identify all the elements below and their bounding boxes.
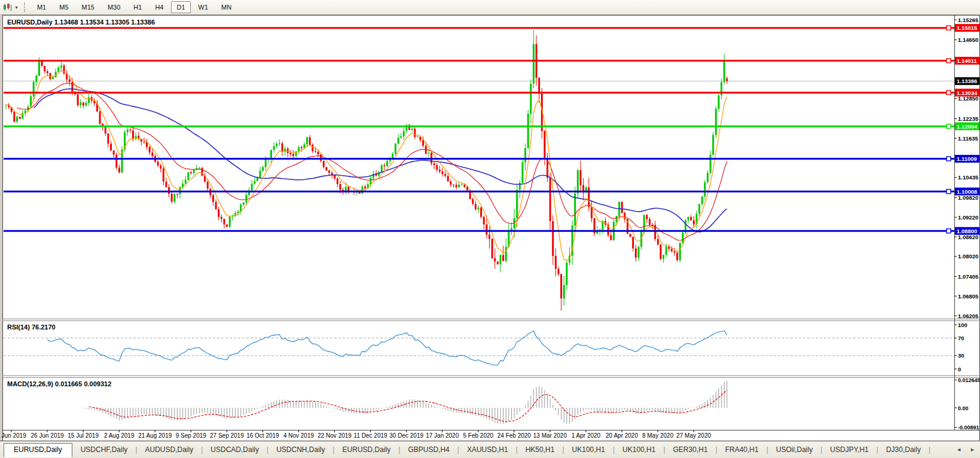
price-axis-tick: 1.08020 <box>958 253 978 259</box>
tab-separator: | <box>663 445 665 454</box>
date-axis-tick: 17 Jan 2020 <box>426 432 459 439</box>
tab-separator: | <box>457 445 459 454</box>
candlestick-chart-icon <box>3 3 13 11</box>
price-line-tag-1.13034[interactable]: 1.13034 <box>955 88 979 96</box>
hline-drag-handle[interactable] <box>947 190 951 194</box>
price-axis-tick: 1.09220 <box>958 214 978 221</box>
svg-text:1.13034: 1.13034 <box>957 90 978 96</box>
price-line-tag-1.12004[interactable]: 1.12004 <box>955 123 979 130</box>
date-axis-tick: 1 Apr 2020 <box>572 432 601 439</box>
svg-text:1.15015: 1.15015 <box>957 25 978 31</box>
tab-scroll-left-icon[interactable]: ◄ <box>956 447 961 453</box>
price-axis-tick: 1.14650 <box>958 36 978 43</box>
tab-scroll-controls: ◄ ► <box>956 441 975 458</box>
toolbar-grip-handle[interactable] <box>24 2 27 12</box>
timeframe-button-M1[interactable]: M1 <box>32 1 51 13</box>
timeframe-button-M5[interactable]: M5 <box>54 1 74 13</box>
date-axis-tick: 9 Sep 2019 <box>176 432 207 439</box>
svg-text:1.12004: 1.12004 <box>957 123 978 130</box>
svg-text:1.08800: 1.08800 <box>957 228 977 234</box>
chart-tab-USDCHF-Daily[interactable]: USDCHF,Daily <box>74 443 135 457</box>
price-line-tag-1.14011[interactable]: 1.14011 <box>955 57 979 65</box>
chart-tab-UK100-H1[interactable]: UK100,H1 <box>615 443 663 457</box>
chart-title-ohlc: EURUSD,Daily 1.13468 1.13534 1.13305 1.1… <box>7 19 155 26</box>
macd-axis-tick: -0.00891 <box>958 425 979 430</box>
chart-tab-GBPUSD-H4[interactable]: GBPUSD,H4 <box>401 443 456 457</box>
hline-drag-handle[interactable] <box>947 90 951 94</box>
symbol-tabs: EURUSD,DailyUSDCHF,Daily|AUDUSD,Daily|US… <box>0 442 931 457</box>
chart-tab-USDCNH-Daily[interactable]: USDCNH,Daily <box>269 443 332 457</box>
rsi-label: RSI(14) 76.2170 <box>7 323 56 331</box>
price-axis-tick: 1.11635 <box>958 135 979 142</box>
rsi-axis-tick: 100 <box>958 322 967 328</box>
chart-tab-FRA40-H1[interactable]: FRA40,H1 <box>718 443 766 457</box>
price-line-tag-1.08800[interactable]: 1.08800 <box>955 227 979 235</box>
price-line-tag-1.10008[interactable]: 1.10008 <box>955 188 979 196</box>
date-axis-tick: 13 Mar 2020 <box>533 432 567 439</box>
tab-separator: | <box>820 445 822 454</box>
chart-tab-USDJPY-H1[interactable]: USDJPY,H1 <box>823 443 875 457</box>
chart-tab-UK100-H1[interactable]: UK100,H1 <box>565 443 612 457</box>
timeframe-buttons: M1M5M15M30H1H4D1W1MN <box>30 1 238 14</box>
tab-scroll-right-icon[interactable]: ► <box>970 447 975 453</box>
tab-separator: | <box>398 445 400 454</box>
tab-separator: | <box>877 445 878 454</box>
chart-tab-GER30-H1[interactable]: GER30,H1 <box>666 443 715 457</box>
chart-tab-DJ30-Daily[interactable]: DJ30,Daily <box>879 443 928 457</box>
date-axis-tick: 7 Jun 2019 <box>0 432 26 439</box>
date-axis-tick: 26 Jun 2019 <box>31 432 64 439</box>
timeframe-button-W1[interactable]: W1 <box>193 1 214 13</box>
date-axis-tick: 27 Sep 2019 <box>210 432 244 439</box>
tab-separator: | <box>613 445 615 454</box>
hline-drag-handle[interactable] <box>947 26 951 30</box>
tab-separator: | <box>562 445 564 454</box>
chart-tab-USDCAD-Daily[interactable]: USDCAD,Daily <box>203 443 266 457</box>
date-axis-tick: 8 May 2020 <box>642 432 674 439</box>
date-axis-tick: 20 Apr 2020 <box>606 432 638 439</box>
price-axis-tick: 1.12235 <box>958 115 979 122</box>
timeframe-button-MN[interactable]: MN <box>216 1 237 13</box>
tab-separator: | <box>767 445 768 454</box>
chart-tab-XAUUSD-H1[interactable]: XAUUSD,H1 <box>460 443 515 457</box>
hline-drag-handle[interactable] <box>947 229 951 233</box>
macd-axis-tick: 0.00 <box>958 405 969 411</box>
current-price-tag: 1.13386 <box>955 77 979 85</box>
date-axis-tick: 2 Aug 2019 <box>104 432 135 439</box>
rsi-axis-tick: 70 <box>958 335 964 341</box>
price-axis-tick: 1.07405 <box>958 273 979 280</box>
price-line-tag-1.15015[interactable]: 1.15015 <box>955 24 979 32</box>
timeframe-button-D1[interactable]: D1 <box>171 1 190 13</box>
chart-tab-HK50-H1[interactable]: HK50,H1 <box>518 443 562 457</box>
hline-drag-handle[interactable] <box>947 59 951 63</box>
timeframe-button-H1[interactable]: H1 <box>128 1 147 13</box>
price-axis-tick: 1.15265 <box>958 17 979 23</box>
date-axis-tick: 24 Feb 2020 <box>497 432 532 439</box>
chart-tab-AUDUSD-Daily[interactable]: AUDUSD,Daily <box>138 443 201 457</box>
chart-type-button[interactable]: ▼ <box>0 1 22 13</box>
svg-text:1.11009: 1.11009 <box>957 155 977 162</box>
timeframe-button-M30[interactable]: M30 <box>102 1 126 13</box>
price-axis-tick: 1.06205 <box>958 313 979 319</box>
price-axis-tick: 1.06805 <box>958 293 979 300</box>
chart-tab-EURUSD-Daily[interactable]: EURUSD,Daily <box>4 443 72 457</box>
timeframe-button-M15[interactable]: M15 <box>77 1 100 13</box>
tab-separator: | <box>929 445 930 454</box>
svg-text:1.10008: 1.10008 <box>957 188 977 195</box>
tab-separator: | <box>267 445 268 454</box>
svg-text:1.13386: 1.13386 <box>957 78 977 84</box>
date-axis-tick: 22 Nov 2019 <box>317 432 352 439</box>
hline-drag-handle[interactable] <box>947 124 951 129</box>
date-axis-tick: 16 Oct 2019 <box>246 432 279 439</box>
date-axis-tick: 15 Jul 2019 <box>68 432 99 439</box>
date-axis-tick: 4 Nov 2019 <box>283 432 315 439</box>
chart-tab-EURUSD-Daily[interactable]: EURUSD,Daily <box>335 443 398 457</box>
chart-tab-USOil-Daily[interactable]: USOil,Daily <box>769 443 820 457</box>
symbol-tab-bar: EURUSD,DailyUSDCHF,Daily|AUDUSD,Daily|US… <box>0 441 980 458</box>
timeframe-button-H4[interactable]: H4 <box>149 1 169 13</box>
tab-separator: | <box>516 445 518 454</box>
chart-canvas[interactable]: 1.152651.146501.128501.122351.116351.104… <box>0 0 980 458</box>
date-axis-tick: 5 Feb 2020 <box>463 432 493 439</box>
price-line-tag-1.11009[interactable]: 1.11009 <box>955 155 979 163</box>
hline-drag-handle[interactable] <box>947 157 951 161</box>
tab-separator: | <box>201 445 203 454</box>
